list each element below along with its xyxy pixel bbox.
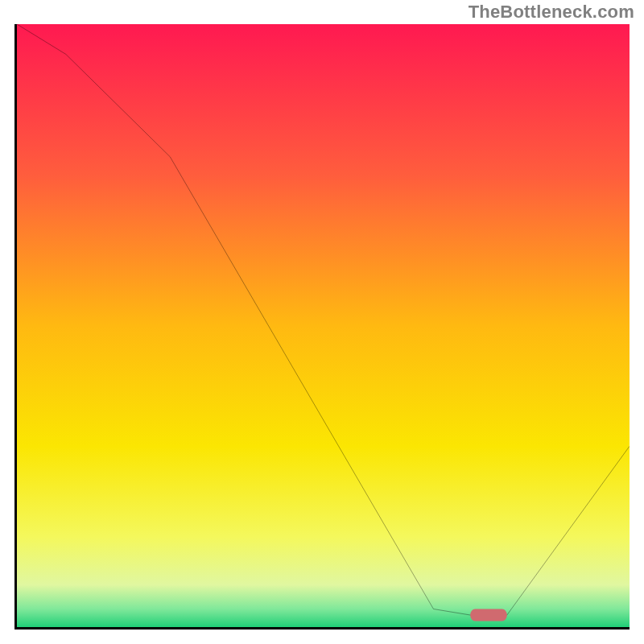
plot-area [14, 24, 630, 630]
optimal-marker [470, 609, 507, 621]
chart-container: TheBottleneck.com [0, 0, 644, 644]
chart-svg [17, 24, 630, 627]
gradient-background [17, 24, 630, 627]
attribution-text: TheBottleneck.com [469, 2, 634, 23]
